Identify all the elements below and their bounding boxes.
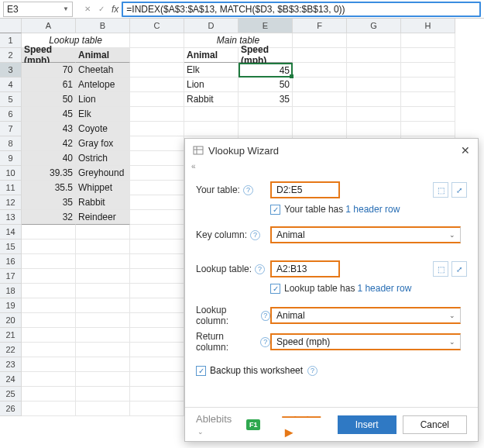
row-header[interactable]: 22 bbox=[0, 343, 22, 357]
expand-range-icon[interactable]: ⤢ bbox=[451, 182, 467, 198]
cell[interactable]: 43 bbox=[22, 122, 76, 136]
col-header[interactable]: F bbox=[293, 19, 347, 33]
row-header[interactable]: 20 bbox=[0, 313, 22, 328]
cell[interactable] bbox=[76, 401, 130, 416]
cell[interactable] bbox=[130, 387, 184, 401]
cell[interactable] bbox=[293, 48, 347, 63]
cell[interactable] bbox=[130, 63, 184, 78]
cell[interactable] bbox=[293, 78, 347, 92]
cell[interactable] bbox=[76, 284, 130, 298]
col-header[interactable]: E bbox=[239, 19, 293, 33]
key-column-select[interactable]: Animal⌄ bbox=[270, 226, 461, 243]
cell[interactable] bbox=[130, 328, 184, 343]
cell[interactable]: Elk bbox=[76, 107, 130, 122]
cell[interactable] bbox=[22, 328, 76, 343]
row-header[interactable]: 17 bbox=[0, 269, 22, 284]
cell[interactable] bbox=[347, 48, 401, 63]
cell[interactable]: Cheetah bbox=[76, 63, 130, 78]
cell[interactable] bbox=[130, 298, 184, 313]
cell[interactable] bbox=[347, 63, 401, 78]
col-header[interactable]: D bbox=[184, 19, 239, 33]
cell[interactable] bbox=[130, 107, 184, 122]
cell[interactable] bbox=[401, 48, 455, 63]
cell[interactable] bbox=[22, 240, 76, 254]
cancel-formula-icon[interactable]: ✕ bbox=[81, 3, 94, 16]
cell[interactable]: 45 bbox=[22, 107, 76, 122]
header-row-link[interactable]: 1 header row bbox=[345, 204, 400, 215]
cell[interactable] bbox=[76, 298, 130, 313]
cell[interactable] bbox=[76, 254, 130, 269]
cell[interactable]: Antelope bbox=[76, 78, 130, 92]
cell[interactable] bbox=[130, 240, 184, 254]
checkbox-checked-icon[interactable]: ✓ bbox=[270, 205, 280, 215]
cell[interactable] bbox=[22, 254, 76, 269]
cell[interactable] bbox=[401, 33, 455, 48]
fx-icon[interactable]: fx bbox=[112, 4, 118, 15]
cell[interactable] bbox=[130, 210, 184, 225]
hdr-animal-main[interactable]: Animal bbox=[184, 48, 239, 63]
lookup-table-input[interactable]: A2:B13 bbox=[270, 260, 340, 277]
cell[interactable] bbox=[76, 372, 130, 387]
cell[interactable] bbox=[401, 107, 455, 122]
cell[interactable] bbox=[293, 63, 347, 78]
cell[interactable] bbox=[347, 122, 401, 136]
cell[interactable] bbox=[130, 225, 184, 240]
cell[interactable] bbox=[22, 269, 76, 284]
cell[interactable] bbox=[130, 181, 184, 195]
cell[interactable] bbox=[76, 240, 130, 254]
row-header[interactable]: 8 bbox=[0, 136, 22, 151]
cell[interactable] bbox=[293, 33, 347, 48]
row-header[interactable]: 13 bbox=[0, 210, 22, 225]
cell[interactable] bbox=[130, 254, 184, 269]
col-header[interactable]: C bbox=[130, 19, 184, 33]
row-header[interactable]: 5 bbox=[0, 92, 22, 107]
cell[interactable] bbox=[76, 269, 130, 284]
cell[interactable]: 50 bbox=[22, 92, 76, 107]
select-range-icon[interactable]: ⬚ bbox=[433, 261, 448, 277]
cell[interactable]: Ostrich bbox=[76, 151, 130, 166]
help-icon[interactable]: ? bbox=[243, 185, 253, 195]
close-icon[interactable]: ✕ bbox=[461, 144, 470, 157]
col-header[interactable]: G bbox=[347, 19, 401, 33]
hdr-speed-main[interactable]: Speed (mph) bbox=[239, 48, 293, 63]
cell[interactable] bbox=[22, 387, 76, 401]
row-header[interactable]: 10 bbox=[0, 166, 22, 181]
cell[interactable]: 39.35 bbox=[22, 166, 76, 181]
cell[interactable] bbox=[22, 401, 76, 416]
cell[interactable]: Reindeer bbox=[76, 210, 130, 225]
cell[interactable] bbox=[347, 78, 401, 92]
row-header[interactable]: 26 bbox=[0, 401, 22, 416]
cell[interactable] bbox=[130, 122, 184, 136]
row-header[interactable]: 25 bbox=[0, 387, 22, 401]
row-header[interactable]: 2 bbox=[0, 48, 22, 63]
cell[interactable] bbox=[22, 284, 76, 298]
cell[interactable] bbox=[401, 63, 455, 78]
hdr-speed[interactable]: Speed (mph) bbox=[22, 48, 76, 63]
cell[interactable] bbox=[76, 328, 130, 343]
cell[interactable] bbox=[22, 313, 76, 328]
row-header[interactable]: 18 bbox=[0, 284, 22, 298]
cell[interactable] bbox=[22, 343, 76, 357]
cell[interactable]: Rabbit bbox=[76, 195, 130, 210]
collapse-icon[interactable]: « bbox=[185, 162, 478, 174]
cell[interactable] bbox=[130, 166, 184, 181]
cell[interactable] bbox=[22, 298, 76, 313]
col-header[interactable]: B bbox=[76, 19, 130, 33]
insert-button[interactable]: Insert bbox=[338, 415, 396, 434]
cell[interactable] bbox=[130, 78, 184, 92]
cancel-button[interactable]: Cancel bbox=[403, 415, 467, 434]
cell[interactable]: 40 bbox=[22, 151, 76, 166]
row-header[interactable]: 12 bbox=[0, 195, 22, 210]
cell[interactable] bbox=[401, 122, 455, 136]
cell[interactable] bbox=[239, 107, 293, 122]
cell[interactable] bbox=[22, 372, 76, 387]
your-table-input[interactable]: D2:E5 bbox=[270, 181, 340, 198]
chevron-down-icon[interactable]: ▼ bbox=[63, 5, 69, 12]
cell[interactable]: Coyote bbox=[76, 122, 130, 136]
row-header[interactable]: 4 bbox=[0, 78, 22, 92]
help-icon[interactable]: ? bbox=[261, 311, 270, 321]
row-header[interactable]: 19 bbox=[0, 298, 22, 313]
formula-input[interactable]: =INDEX($A$3:$A$13, MATCH($D3, $B$3:$B$13… bbox=[122, 2, 481, 17]
cell[interactable] bbox=[76, 343, 130, 357]
row-header[interactable]: 23 bbox=[0, 357, 22, 372]
